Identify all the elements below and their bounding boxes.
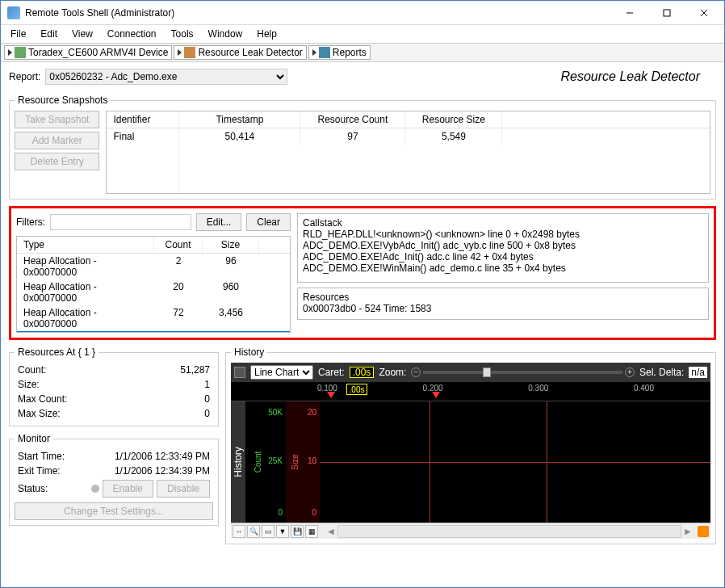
delete-icon[interactable]	[698, 526, 709, 537]
filters-edit-button[interactable]: Edit...	[196, 213, 242, 231]
snapshots-table[interactable]: Identifier Timestamp Resource Count Reso…	[106, 111, 710, 194]
y-axis-size: Size 20 10 0	[286, 401, 320, 523]
resources-label: Resources	[303, 292, 703, 303]
tool-dropdown-icon[interactable]: ▼	[276, 525, 289, 538]
report-icon	[319, 47, 330, 58]
tool-zoom-icon[interactable]: 🔍	[247, 525, 260, 538]
tool-save-icon[interactable]: 💾	[291, 525, 304, 538]
filters-input[interactable]	[50, 214, 191, 230]
maximize-button[interactable]	[648, 1, 685, 25]
crumb-device[interactable]: Toradex_CE600 ARMV4I Device	[4, 45, 172, 60]
tool-grid-icon[interactable]: ▦	[305, 525, 318, 538]
menu-bar: File Edit View Connection Tools Window H…	[1, 25, 724, 43]
table-row[interactable]: Heap Allocation - 0x000700001524	[17, 331, 290, 333]
table-row[interactable]: Heap Allocation - 0x00070000296	[17, 254, 290, 279]
h-scrollbar[interactable]	[337, 525, 681, 538]
close-button[interactable]	[685, 1, 723, 25]
menu-window[interactable]: Window	[202, 27, 249, 41]
delete-entry-button[interactable]: Delete Entry	[15, 153, 99, 170]
detector-icon	[184, 47, 195, 58]
callstack-label: Callstack	[303, 217, 703, 229]
enable-button[interactable]: Enable	[103, 480, 153, 498]
take-snapshot-button[interactable]: Take Snapshot	[15, 111, 99, 128]
menu-help[interactable]: Help	[250, 27, 283, 41]
report-select[interactable]: 0x05260232 - Adc_Demo.exe	[45, 69, 287, 85]
report-label: Report:	[9, 71, 40, 82]
table-row[interactable]: Heap Allocation - 0x0007000020960	[17, 279, 290, 305]
window-title: Remote Tools Shell (Administrator)	[25, 7, 611, 19]
app-icon	[7, 6, 20, 19]
status-dot-icon	[91, 485, 99, 493]
tool-crosshair-icon[interactable]: ↔	[233, 525, 245, 538]
snapshots-group: Resource Snapshots Take Snapshot Add Mar…	[9, 94, 716, 200]
time-ruler[interactable]: 0.100 .00s 0.200 0.300 0.400	[231, 382, 710, 401]
svg-rect-6	[319, 47, 330, 58]
menu-view[interactable]: View	[65, 27, 99, 41]
caret-value: .00s	[350, 367, 375, 378]
device-icon	[15, 47, 26, 58]
marker-icon[interactable]	[432, 392, 440, 398]
sel-delta-value: n/a	[689, 367, 707, 378]
minimize-button[interactable]	[611, 1, 648, 25]
callstack-panel[interactable]: Callstack RLD_HEAP.DLL!<unknown>() <unkn…	[297, 213, 709, 283]
filters-clear-button[interactable]: Clear	[246, 213, 291, 231]
zoom-out-icon[interactable]: −	[411, 368, 421, 377]
add-marker-button[interactable]: Add Marker	[15, 132, 99, 149]
chart-plot[interactable]	[320, 401, 710, 523]
tool-brand: Resource Leak Detector	[313, 69, 716, 84]
y-axis-count: Count 50K 25K 0	[245, 401, 286, 523]
zoom-slider[interactable]: − +	[411, 368, 635, 377]
svg-rect-4	[15, 47, 26, 58]
crumb-reports[interactable]: Reports	[308, 45, 371, 60]
breadcrumb: Toradex_CE600 ARMV4I Device Resource Lea…	[1, 43, 724, 62]
resources-panel[interactable]: Resources 0x00073db0 - 524 Time: 1583	[297, 288, 709, 320]
highlighted-region: Filters: Edit... Clear Type Count Size H…	[9, 206, 716, 340]
svg-rect-1	[664, 10, 670, 16]
table-row[interactable]: Final 50,414 97 5,549	[107, 128, 710, 145]
history-panel-label: History	[231, 401, 245, 523]
chart-type-select[interactable]: Line Chart	[250, 365, 313, 380]
monitor-group: Monitor Start Time:1/1/2006 12:33:49 PM …	[9, 433, 219, 526]
tool-rect-icon[interactable]: ▭	[262, 525, 274, 538]
change-settings-button[interactable]: Change Test Settings...	[15, 502, 213, 520]
filters-label: Filters:	[16, 216, 45, 228]
history-menu-icon[interactable]	[234, 367, 245, 378]
menu-edit[interactable]: Edit	[34, 27, 64, 41]
menu-connection[interactable]: Connection	[101, 27, 163, 41]
resources-at-group: Resources At { 1 } Count:51,287 Size:1 M…	[9, 346, 219, 426]
disable-button[interactable]: Disable	[157, 480, 210, 498]
marker-icon[interactable]	[327, 392, 335, 398]
zoom-in-icon[interactable]: +	[625, 368, 635, 377]
menu-file[interactable]: File	[4, 27, 32, 41]
svg-rect-5	[184, 47, 195, 58]
type-table[interactable]: Type Count Size Heap Allocation - 0x0007…	[16, 236, 291, 333]
history-group: History Line Chart Caret: .00s Zoom: − +…	[225, 346, 716, 544]
table-row[interactable]: Heap Allocation - 0x00070000723,456	[17, 305, 290, 331]
crumb-tool[interactable]: Resource Leak Detector	[174, 45, 306, 60]
menu-tools[interactable]: Tools	[165, 27, 200, 41]
